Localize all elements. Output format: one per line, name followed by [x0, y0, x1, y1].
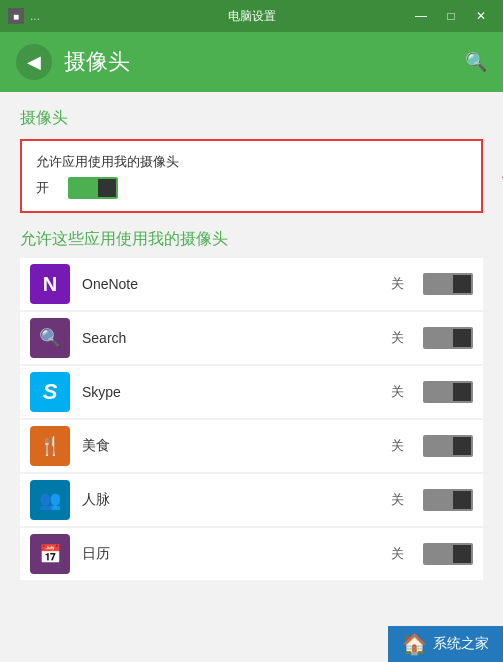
app-toggle-skype[interactable]	[423, 381, 473, 403]
app-name: 日历	[82, 545, 391, 563]
app-toggle-search[interactable]	[423, 327, 473, 349]
app-toggle-food[interactable]	[423, 435, 473, 457]
back-button[interactable]: ◀	[16, 44, 52, 80]
page-title: 摄像头	[64, 47, 130, 77]
camera-allow-box: 允许应用使用我的摄像头 开 ←	[20, 139, 483, 213]
watermark: 🏠 系统之家	[388, 626, 503, 662]
minimize-button[interactable]: —	[407, 6, 435, 26]
camera-toggle-switch[interactable]	[68, 177, 118, 199]
contacts-icon: 👥	[30, 480, 70, 520]
search-app-icon: 🔍	[30, 318, 70, 358]
list-item: 📅 日历 关	[20, 528, 483, 580]
app-name: Skype	[82, 384, 391, 400]
app-status: 关	[391, 383, 411, 401]
title-bar: ■ ... 电脑设置 — □ ✕	[0, 0, 503, 32]
app-name: 人脉	[82, 491, 391, 509]
watermark-text: 系统之家	[433, 635, 489, 653]
list-item: S Skype 关	[20, 366, 483, 418]
app-status: 关	[391, 437, 411, 455]
app-toggle-contacts[interactable]	[423, 489, 473, 511]
close-button[interactable]: ✕	[467, 6, 495, 26]
apps-list: N OneNote 关 🔍 Search 关 S Skype 关 🍴 美食 关 …	[20, 258, 483, 580]
list-item: N OneNote 关	[20, 258, 483, 310]
app-name: 美食	[82, 437, 391, 455]
maximize-button[interactable]: □	[437, 6, 465, 26]
app-name: Search	[82, 330, 391, 346]
list-item: 🔍 Search 关	[20, 312, 483, 364]
camera-section-heading: 摄像头	[20, 108, 483, 129]
red-arrow-indicator: ←	[496, 161, 503, 191]
back-icon: ◀	[27, 51, 41, 73]
apps-section-heading: 允许这些应用使用我的摄像头	[20, 229, 483, 250]
app-status: 关	[391, 275, 411, 293]
app-status: 关	[391, 491, 411, 509]
app-icon-symbol: ■	[13, 11, 19, 22]
camera-toggle-row: 开	[36, 177, 467, 199]
title-bar-title: 电脑设置	[228, 8, 276, 25]
list-item: 🍴 美食 关	[20, 420, 483, 472]
onenote-icon: N	[30, 264, 70, 304]
food-icon: 🍴	[30, 426, 70, 466]
app-toggle-calendar[interactable]	[423, 543, 473, 565]
content-area: 摄像头 允许应用使用我的摄像头 开 ← 允许这些应用使用我的摄像头 N OneN…	[0, 92, 503, 662]
app-icon: ■	[8, 8, 24, 24]
calendar-icon: 📅	[30, 534, 70, 574]
header: ◀ 摄像头 🔍	[0, 32, 503, 92]
search-icon[interactable]: 🔍	[465, 51, 487, 73]
title-bar-dots: ...	[30, 9, 40, 23]
camera-allow-label: 允许应用使用我的摄像头	[36, 153, 467, 171]
window-controls: — □ ✕	[407, 6, 495, 26]
app-toggle-onenote[interactable]	[423, 273, 473, 295]
list-item: 👥 人脉 关	[20, 474, 483, 526]
watermark-icon: 🏠	[402, 632, 427, 656]
skype-icon: S	[30, 372, 70, 412]
app-status: 关	[391, 545, 411, 563]
app-status: 关	[391, 329, 411, 347]
app-name: OneNote	[82, 276, 391, 292]
camera-status-label: 开	[36, 179, 56, 197]
